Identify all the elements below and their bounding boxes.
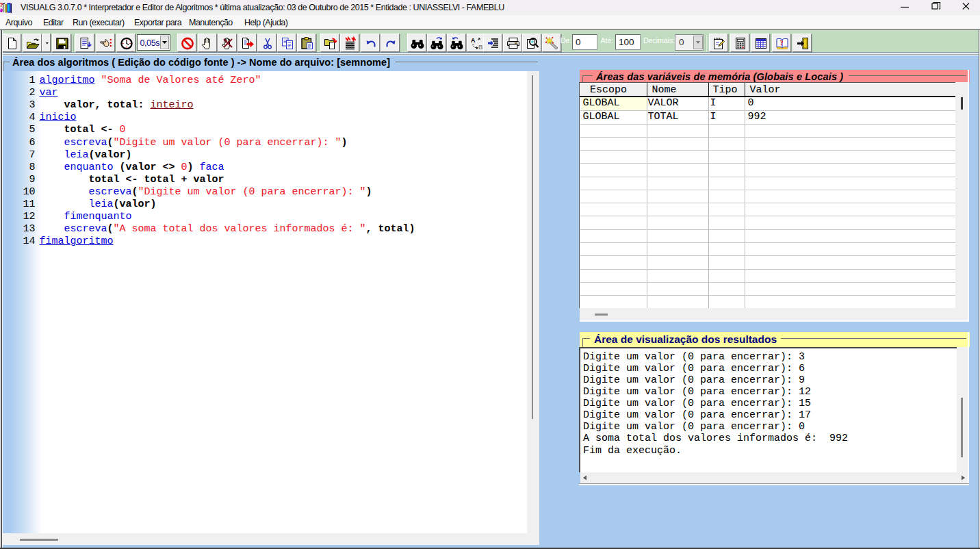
svg-text:?: ? (0, 1, 3, 8)
svg-text:?: ? (779, 39, 783, 47)
svg-text:B: B (478, 44, 483, 51)
svg-text:A: A (471, 37, 476, 44)
